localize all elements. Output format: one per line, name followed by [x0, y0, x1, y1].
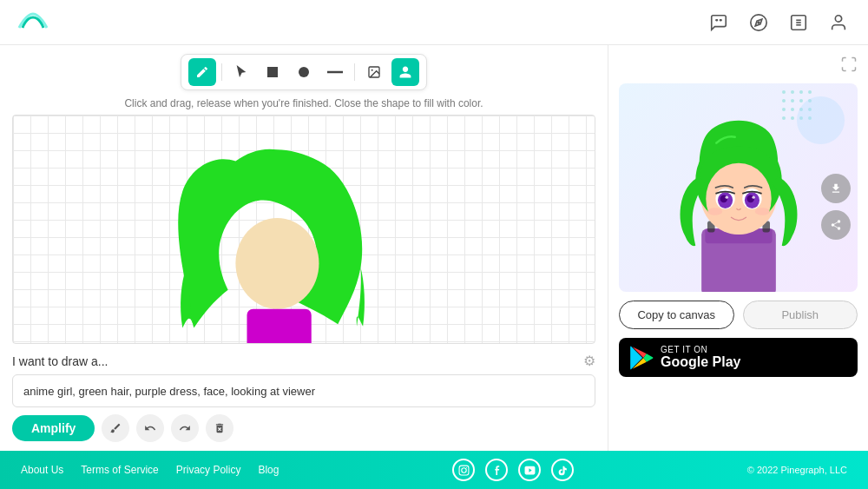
compass-icon[interactable] — [746, 10, 771, 35]
header — [0, 0, 868, 45]
prompt-input[interactable]: anime girl, green hair, purple dress, fa… — [12, 374, 595, 407]
svg-point-6 — [835, 15, 841, 21]
privacy-link[interactable]: Privacy Policy — [176, 464, 241, 476]
about-us-link[interactable]: About Us — [21, 464, 63, 476]
svg-rect-7 — [267, 67, 278, 77]
toolbar-separator-2 — [354, 63, 355, 81]
publish-button[interactable]: Publish — [743, 301, 858, 329]
menu-icon[interactable] — [786, 10, 811, 35]
svg-point-0 — [751, 14, 766, 30]
footer-links: About Us Terms of Service Privacy Policy… — [21, 464, 279, 476]
resize-icon[interactable] — [840, 56, 858, 76]
app-logo — [17, 10, 49, 35]
header-actions — [707, 10, 851, 35]
google-play-badge[interactable]: GET IT ON Google Play — [619, 338, 858, 377]
svg-point-52 — [461, 467, 465, 472]
user-icon[interactable] — [826, 10, 851, 35]
svg-point-11 — [372, 69, 373, 71]
amplify-button[interactable]: Amplify — [12, 415, 95, 441]
main-content: Click and drag, release when you're fini… — [0, 45, 868, 451]
preview-header — [619, 56, 858, 76]
paint-brush-icon[interactable] — [102, 414, 129, 442]
footer-copyright: © 2022 Pinegraph, LLC — [747, 465, 847, 475]
line-tool[interactable] — [321, 58, 349, 86]
svg-point-8 — [299, 67, 309, 77]
preview-side-actions — [821, 174, 851, 240]
footer: About Us Terms of Service Privacy Policy… — [0, 451, 868, 489]
chat-icon[interactable] — [707, 10, 731, 35]
svg-point-48 — [838, 220, 841, 222]
rectangle-tool[interactable] — [259, 58, 286, 86]
google-play-text: GET IT ON Google Play — [661, 345, 740, 370]
settings-gear-icon[interactable]: ⚙ — [583, 353, 595, 369]
undo-icon[interactable] — [136, 414, 164, 442]
google-play-sublabel: GET IT ON — [661, 345, 740, 354]
tiktok-icon[interactable] — [551, 459, 574, 481]
canvas-panel: Click and drag, release when you're fini… — [0, 45, 608, 451]
toolbar-separator — [221, 63, 222, 81]
prompt-section: I want to draw a... ⚙ anime girl, green … — [12, 353, 595, 442]
download-icon[interactable] — [821, 174, 851, 203]
share-icon[interactable] — [821, 210, 851, 240]
character-tool[interactable] — [391, 58, 419, 86]
canvas-hint-text: Click and drag, release when you're fini… — [12, 97, 595, 109]
prompt-label: I want to draw a... ⚙ — [12, 353, 595, 369]
footer-social — [452, 459, 574, 481]
terms-link[interactable]: Terms of Service — [81, 464, 158, 476]
preview-actions: Copy to canvas Publish — [619, 301, 858, 329]
svg-rect-13 — [247, 309, 312, 343]
drawing-canvas[interactable] — [12, 115, 595, 344]
instagram-icon[interactable] — [452, 459, 475, 481]
svg-rect-51 — [459, 466, 469, 475]
tumblr-icon[interactable] — [485, 459, 508, 481]
pen-tool[interactable] — [188, 58, 216, 86]
preview-image — [619, 83, 858, 292]
svg-point-45 — [752, 195, 754, 198]
svg-point-47 — [754, 208, 769, 215]
circle-tool[interactable] — [290, 58, 318, 86]
svg-point-53 — [466, 466, 467, 467]
prompt-label-text: I want to draw a... — [12, 354, 108, 368]
svg-point-12 — [235, 218, 319, 309]
svg-point-46 — [707, 208, 722, 215]
preview-panel: Copy to canvas Publish GET IT ON Google … — [608, 45, 868, 451]
redo-icon[interactable] — [171, 414, 199, 442]
clear-icon[interactable] — [206, 414, 233, 442]
blog-link[interactable]: Blog — [258, 464, 279, 476]
google-play-label: Google Play — [661, 354, 740, 370]
prompt-actions: Amplify — [12, 414, 595, 442]
copy-to-canvas-button[interactable]: Copy to canvas — [619, 301, 734, 329]
drawing-toolbar — [181, 54, 427, 90]
svg-point-49 — [832, 223, 835, 227]
svg-point-50 — [838, 227, 841, 230]
image-tool[interactable] — [360, 58, 388, 86]
select-tool[interactable] — [227, 58, 255, 86]
svg-point-1 — [758, 22, 760, 23]
youtube-icon[interactable] — [518, 459, 541, 481]
svg-point-44 — [725, 195, 727, 198]
